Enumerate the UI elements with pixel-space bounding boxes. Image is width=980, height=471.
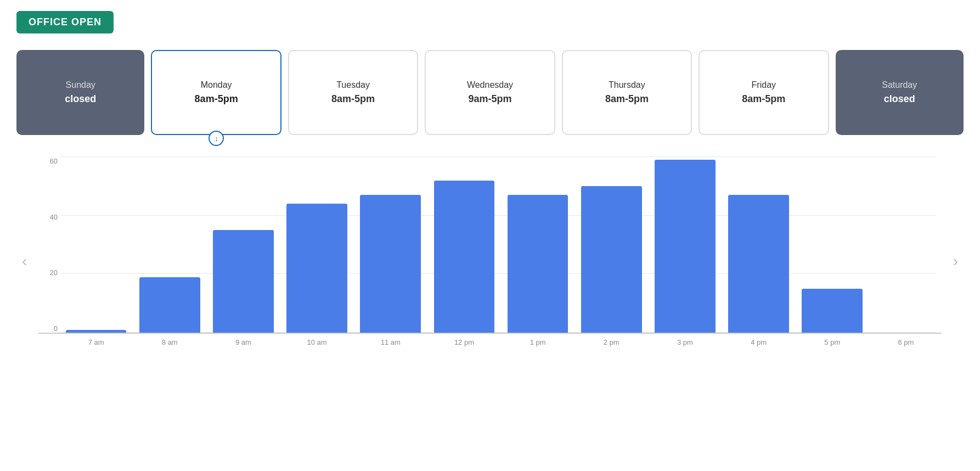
bar-group (576, 157, 647, 333)
x-axis-label: 1 pm (502, 334, 573, 346)
day-name-friday: Friday (752, 80, 776, 90)
day-card-tuesday[interactable]: Tuesday8am-5pm (288, 50, 418, 135)
chart-section: ‹ 0204060 7 am8 am9 am10 am11 am12 pm1 p… (16, 157, 964, 366)
x-axis-label: 7 am (60, 334, 132, 346)
day-hours-sunday: closed (65, 93, 96, 105)
x-axis-label: 8 am (134, 334, 205, 346)
bar-2-pm[interactable] (581, 186, 642, 333)
x-axis-label: 6 pm (870, 334, 942, 346)
days-row: SundayclosedMonday8am-5pm↓Tuesday8am-5pm… (16, 50, 964, 135)
bar-group (134, 157, 205, 333)
x-axis-label: 12 pm (429, 334, 500, 346)
day-card-saturday[interactable]: Saturdayclosed (836, 50, 964, 135)
bar-group (502, 157, 573, 333)
day-card-sunday[interactable]: Sundayclosed (16, 50, 144, 135)
selected-day-indicator: ↓ (209, 131, 224, 146)
office-open-badge: OFFICE OPEN (16, 11, 114, 33)
day-name-thursday: Thursday (609, 80, 645, 90)
bar-7-am[interactable] (66, 330, 127, 333)
x-axis-label: 2 pm (576, 334, 647, 346)
chart-container: 0204060 7 am8 am9 am10 am11 am12 pm1 pm2… (38, 157, 942, 366)
bar-group (60, 157, 132, 333)
bar-12-pm[interactable] (434, 181, 495, 333)
day-hours-saturday: closed (884, 93, 915, 105)
bars-area (38, 157, 942, 333)
bar-5-pm[interactable] (802, 289, 863, 333)
bar-group (723, 157, 795, 333)
day-hours-monday: 8am-5pm (195, 93, 238, 105)
day-hours-thursday: 8am-5pm (605, 93, 649, 105)
x-axis: 7 am8 am9 am10 am11 am12 pm1 pm2 pm3 pm4… (38, 333, 942, 346)
bar-group (207, 157, 279, 333)
bar-group (649, 157, 720, 333)
day-card-monday[interactable]: Monday8am-5pm↓ (151, 50, 281, 135)
x-axis-label: 9 am (207, 334, 279, 346)
day-name-sunday: Sunday (66, 80, 95, 90)
chart-prev-button[interactable]: ‹ (16, 247, 32, 276)
x-axis-label: 11 am (355, 334, 426, 346)
bar-group (429, 157, 500, 333)
chart-next-button[interactable]: › (948, 247, 964, 276)
bar-group (870, 157, 942, 333)
bar-1-pm[interactable] (508, 195, 568, 333)
day-card-friday[interactable]: Friday8am-5pm (699, 50, 829, 135)
bar-group (281, 157, 353, 333)
bar-group (355, 157, 426, 333)
bar-3-pm[interactable] (655, 160, 716, 333)
day-hours-friday: 8am-5pm (742, 93, 785, 105)
bar-4-pm[interactable] (728, 195, 789, 333)
x-axis-label: 3 pm (649, 334, 720, 346)
day-name-tuesday: Tuesday (336, 80, 370, 90)
day-hours-tuesday: 8am-5pm (331, 93, 375, 105)
day-hours-wednesday: 9am-5pm (468, 93, 511, 105)
bar-8-am[interactable] (139, 277, 200, 333)
day-name-wednesday: Wednesday (467, 80, 513, 90)
bar-9-am[interactable] (213, 230, 274, 333)
bar-10-am[interactable] (286, 204, 347, 333)
day-card-wednesday[interactable]: Wednesday9am-5pm (425, 50, 555, 135)
day-name-saturday: Saturday (882, 80, 917, 90)
x-axis-label: 4 pm (723, 334, 795, 346)
day-card-thursday[interactable]: Thursday8am-5pm (562, 50, 692, 135)
x-axis-label: 10 am (281, 334, 353, 346)
bar-11-am[interactable] (360, 195, 421, 333)
bar-group (797, 157, 868, 333)
x-axis-label: 5 pm (797, 334, 868, 346)
day-name-monday: Monday (201, 80, 232, 90)
